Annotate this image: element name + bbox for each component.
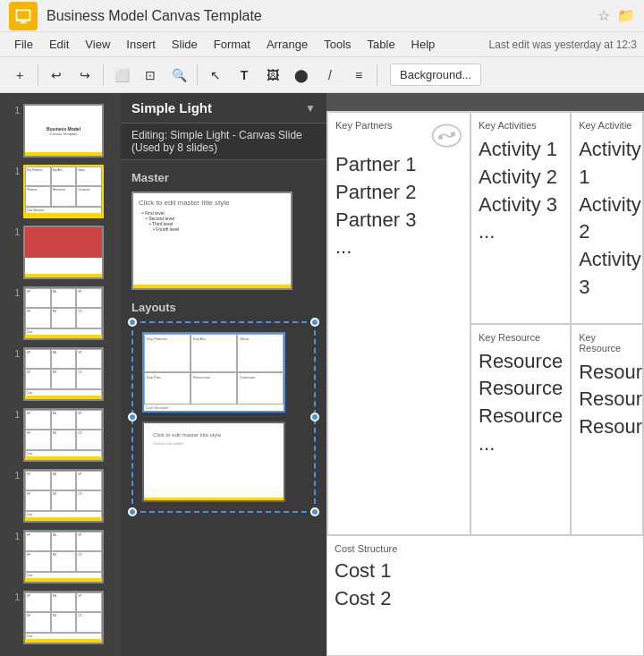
slide-3-num: 1 [7,227,20,237]
layout-canvas-slide[interactable]: Key Partners Key Act. Value Key Part. Re… [142,332,285,413]
slide-2-num: 1 [7,166,20,176]
slide-4[interactable]: 1 KP KA VP KP KR CS Cost [0,283,121,344]
layout-cell-3: Value [237,334,284,372]
slide-2[interactable]: 1 Key Partners Key Act. Value Partners R… [0,161,121,222]
menu-arrange[interactable]: Arrange [259,36,315,53]
master-bullet-4: • Fourth level [153,226,285,232]
theme-panel: Simple Light ▼ Editing: Simple Light - C… [121,93,326,656]
svg-rect-2 [21,21,26,22]
slide-8-thumb: KP KA VP KP KR CS Cost [23,530,104,584]
theme-content: Master Click to edit master title style … [121,160,326,656]
slide-9-thumb: KP KA VP KP KR CS Cost [23,591,104,644]
master-preview[interactable]: Click to edit master title style • First… [131,192,292,290]
cursor-button[interactable]: ↖ [203,63,228,88]
background-button[interactable]: Background... [390,64,481,86]
key-partners-content: Partner 1Partner 2Partner 3... [335,151,462,261]
key-resources-content: ResourceResourceResource... [479,348,563,458]
slide-8[interactable]: 1 KP KA VP KP KR CS Cost [0,526,121,587]
cost-content: Cost 1Cost 2 [335,558,636,613]
folder-icon[interactable]: 📁 [617,7,635,24]
slide-7[interactable]: 1 KP KA VP KP KR CS Cost [0,465,121,526]
slide-6-num: 1 [7,410,20,420]
layout-cell-1: Key Partners [144,334,191,372]
zoom-button[interactable]: 🔍 [166,63,191,88]
key-activities-cell: Key Activities Activity 1Activity 2Activ… [470,112,571,324]
svg-point-5 [438,135,443,140]
print-button[interactable]: ⬜ [109,63,134,88]
separator [103,64,104,86]
theme-header: Simple Light ▼ [121,93,326,124]
undo-button[interactable]: ↩ [44,63,69,88]
menu-help[interactable]: Help [404,36,443,53]
menu-slide[interactable]: Slide [165,36,205,53]
theme-dropdown-icon[interactable]: ▼ [305,102,316,115]
document-title: Business Model Canvas Template [47,8,597,24]
editing-label: Editing: Simple Light - Canvas Slide (Us… [121,124,326,160]
slide-1-num: 1 [7,106,20,115]
menu-insert[interactable]: Insert [119,36,163,53]
slide-9[interactable]: 1 KP KA VP KP KR CS Cost [0,587,121,648]
menu-table[interactable]: Table [360,36,402,53]
comment-button[interactable]: ≡ [346,63,371,88]
star-icon[interactable]: ☆ [597,7,610,24]
slide-panel: 1 Business Model Canvas Template 1 Key P… [0,93,121,656]
slide-1-thumb: Business Model Canvas Template [23,104,104,158]
redo-button[interactable]: ↪ [72,63,97,88]
layouts-label: Layouts [131,301,316,314]
slide-5-thumb: KP KA VP KP KR CS Cost [23,347,104,401]
bmc-container: Key Partners Partner 1Partner 2Partner 3… [326,111,644,656]
slide-3[interactable]: 1 [0,222,121,283]
customer-cell: Key Resource ResourceResourceResource [571,324,643,536]
key-activities-content: Activity 1Activity 2Activity 3... [479,136,563,246]
slide-3-thumb [23,226,104,279]
menu-file[interactable]: File [7,36,40,53]
slide-5-num: 1 [7,349,20,359]
layouts-section: Layouts Key Partners Key Act. Value Key … [131,301,316,513]
master-label: Master [131,171,316,184]
separator [197,64,198,86]
add-slide-button[interactable]: + [7,63,32,88]
layouts-selection: Key Partners Key Act. Value Key Part. Re… [131,321,316,513]
slide-5[interactable]: 1 KP KA VP KP KR CS Cost [0,344,121,405]
line-button[interactable]: / [318,63,343,88]
customer-title: Key Resource [579,332,635,354]
toolbar: + ↩ ↪ ⬜ ⊡ 🔍 ↖ T 🖼 ⬤ / ≡ Background... [0,57,644,93]
slide-4-num: 1 [7,288,20,298]
menu-format[interactable]: Format [207,36,258,53]
key-activities-title: Key Activities [479,120,563,131]
cost-title: Cost Structure [335,543,636,554]
separator [377,64,377,86]
main-layout: 1 Business Model Canvas Template 1 Key P… [0,93,644,656]
menu-bar: File Edit View Insert Slide Format Arran… [0,32,644,57]
menu-edit[interactable]: Edit [42,36,76,53]
slide-8-num: 1 [7,532,20,541]
slide-canvas[interactable]: Key Partners Partner 1Partner 2Partner 3… [326,111,644,656]
handle-bl [128,507,137,516]
svg-rect-3 [20,22,27,23]
handle-tr [310,318,319,327]
svg-point-6 [451,132,455,136]
slide-6[interactable]: 1 KP KA VP KP KR CS Cost [0,405,121,465]
master-title-text: Click to edit master title style [139,199,285,207]
slide-2-thumb: Key Partners Key Act. Value Partners Res… [23,165,104,218]
slide-7-thumb: KP KA VP KP KR CS Cost [23,469,104,523]
layout-title-slide[interactable]: Click to edit master title style Click t… [142,422,285,502]
handle-ml [128,413,137,422]
handle-br [310,507,319,516]
text-button[interactable]: T [232,63,257,88]
title-actions: ☆ 📁 [597,7,635,24]
app-icon [9,2,38,30]
slide-1[interactable]: 1 Business Model Canvas Template [0,100,121,161]
menu-tools[interactable]: Tools [317,36,358,53]
layout-title-text: Click to edit master title style [149,429,278,441]
last-edit-text: Last edit was yesterday at 12:3 [489,38,637,51]
menu-view[interactable]: View [78,36,117,53]
key-partners-title: Key Partners [335,120,393,131]
image-button[interactable]: 🖼 [260,63,285,88]
handle-tl [128,318,137,327]
slide-7-num: 1 [7,471,20,481]
title-bar: Business Model Canvas Template ☆ 📁 [0,0,644,32]
shape-button[interactable]: ⬤ [289,63,314,88]
theme-name: Simple Light [131,100,212,115]
layout-button[interactable]: ⊡ [138,63,163,88]
